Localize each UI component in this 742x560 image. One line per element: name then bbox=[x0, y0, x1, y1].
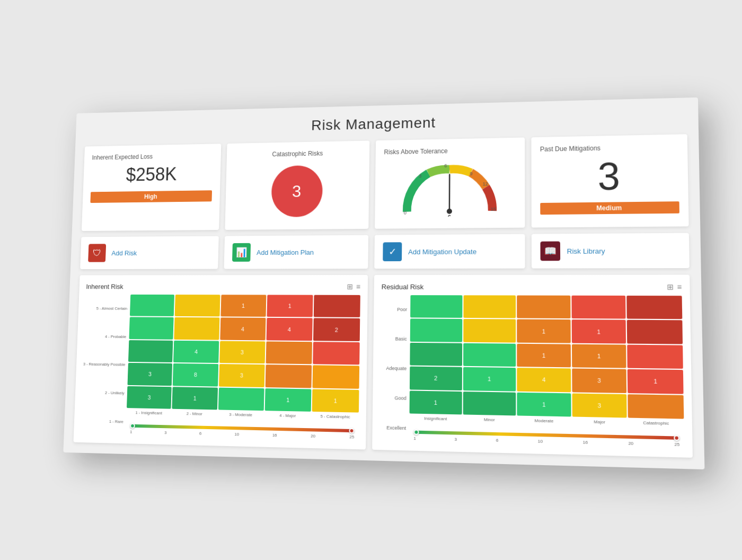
r-x-label-4: Major bbox=[572, 419, 628, 425]
table-row[interactable]: 1 bbox=[517, 343, 570, 367]
table-row[interactable] bbox=[627, 320, 683, 344]
table-row[interactable] bbox=[410, 318, 462, 342]
table-row[interactable]: 4 bbox=[517, 368, 571, 392]
table-row[interactable]: 1 bbox=[571, 319, 626, 343]
table-row[interactable]: 1 bbox=[172, 386, 218, 410]
table-row[interactable] bbox=[175, 295, 220, 317]
inherent-risk-grid-container: 1 1 4 4 2 4 3 bbox=[126, 294, 360, 441]
table-row[interactable]: 1 bbox=[517, 319, 570, 342]
table-row[interactable] bbox=[129, 317, 174, 339]
menu-icon-2[interactable]: ≡ bbox=[677, 282, 682, 291]
table-row[interactable]: 3 bbox=[128, 363, 173, 386]
table-row[interactable] bbox=[628, 394, 684, 419]
r-x-label-3: Moderate bbox=[517, 417, 571, 423]
risks-above-tolerance-card: Risks Above Tolerance 0 3 6 9 bbox=[375, 137, 525, 228]
r-y-label-poor: Poor bbox=[381, 307, 407, 312]
add-mitigation-plan-label: Add Mitigation Plan bbox=[257, 248, 314, 256]
table-row[interactable] bbox=[571, 295, 626, 318]
residual-risk-title: Residual Risk bbox=[382, 282, 424, 290]
inherent-risk-icons[interactable]: ⊞ ≡ bbox=[347, 282, 360, 290]
slider-left-dot-2[interactable] bbox=[413, 429, 419, 435]
x-label-5: 5 - Catastrophic bbox=[312, 413, 359, 419]
table-row[interactable] bbox=[463, 319, 516, 342]
slider-labels: 1 3 6 10 16 20 25 bbox=[130, 429, 354, 439]
table-row[interactable]: 1 bbox=[517, 392, 571, 416]
table-row[interactable]: 1 bbox=[628, 369, 683, 393]
table-row[interactable]: 3 bbox=[219, 341, 266, 363]
table-row[interactable]: 1 bbox=[312, 389, 359, 413]
menu-icon[interactable]: ≡ bbox=[356, 282, 360, 290]
table-row[interactable] bbox=[130, 294, 174, 316]
table-row[interactable]: 1 bbox=[572, 344, 626, 368]
table-row[interactable] bbox=[517, 295, 570, 318]
table-icon[interactable]: ⊞ bbox=[347, 282, 353, 290]
risk-library-label: Risk Library bbox=[567, 246, 605, 255]
page-title: Risk Management bbox=[85, 108, 687, 138]
table-row[interactable]: 3 bbox=[219, 364, 265, 387]
y-label-5: 5 - Almost Certain bbox=[85, 306, 127, 310]
table-row[interactable] bbox=[313, 342, 360, 365]
slider-right-dot[interactable] bbox=[349, 428, 354, 433]
table-row[interactable] bbox=[463, 391, 516, 415]
add-risk-action[interactable]: 🛡 Add Risk bbox=[80, 236, 219, 269]
table-row[interactable]: 1 bbox=[463, 367, 516, 391]
inherent-risk-grid: 1 1 4 4 2 4 3 bbox=[127, 294, 360, 412]
table-row[interactable] bbox=[312, 365, 359, 388]
svg-text:9: 9 bbox=[470, 171, 472, 176]
risk-library-action[interactable]: 📖 Risk Library bbox=[532, 233, 690, 268]
top-cards-row: Inherent Expected Loss $258K High Catast… bbox=[82, 134, 689, 231]
residual-risk-icons[interactable]: ⊞ ≡ bbox=[667, 282, 682, 291]
table-row[interactable] bbox=[265, 365, 312, 388]
table-row[interactable]: 3 bbox=[127, 386, 172, 408]
table-row[interactable] bbox=[463, 295, 516, 318]
svg-text:12: 12 bbox=[482, 181, 488, 186]
table-row[interactable]: 8 bbox=[173, 363, 218, 386]
risk-library-icon: 📖 bbox=[540, 241, 560, 261]
inherent-risk-heatmap: 5 - Almost Certain 4 - Probable 3 - Reas… bbox=[81, 294, 360, 441]
svg-text:6: 6 bbox=[447, 214, 450, 217]
table-row[interactable]: 2 bbox=[410, 366, 462, 390]
table-row[interactable]: 3 bbox=[572, 393, 627, 418]
table-row[interactable] bbox=[463, 343, 516, 367]
add-mitigation-plan-action[interactable]: 📊 Add Mitigation Plan bbox=[224, 235, 369, 269]
inherent-risk-y-labels: 5 - Almost Certain 4 - Probable 3 - Reas… bbox=[81, 294, 131, 436]
slider-right-dot-2[interactable] bbox=[674, 435, 679, 441]
table-row[interactable]: 1 bbox=[267, 295, 313, 317]
table-row[interactable] bbox=[628, 344, 683, 369]
table-row[interactable]: 3 bbox=[572, 368, 626, 393]
table-row[interactable] bbox=[174, 317, 219, 340]
table-row[interactable]: 1 bbox=[264, 388, 311, 411]
table-row[interactable] bbox=[314, 295, 360, 317]
catastrophic-risks-card: Catastrophic Risks 3 bbox=[225, 140, 369, 229]
residual-risk-header: Residual Risk ⊞ ≡ bbox=[382, 282, 682, 291]
inherent-risk-title: Inherent Risk bbox=[86, 282, 123, 290]
table-row[interactable] bbox=[218, 387, 264, 411]
svg-text:3: 3 bbox=[419, 173, 421, 179]
slider-left-dot[interactable] bbox=[130, 423, 135, 428]
table-row[interactable] bbox=[627, 295, 683, 319]
r-y-label-adequate: Adequate bbox=[381, 365, 407, 371]
table-row[interactable] bbox=[410, 295, 462, 318]
inherent-risk-header: Inherent Risk ⊞ ≡ bbox=[86, 282, 360, 290]
inherent-loss-badge: High bbox=[90, 190, 212, 203]
add-mitigation-update-action[interactable]: ✓ Add Mitigation Update bbox=[374, 234, 525, 268]
x-label-1: 1 - Insignificant bbox=[127, 410, 171, 416]
table-row[interactable] bbox=[128, 340, 173, 362]
table-row[interactable]: 4 bbox=[266, 318, 312, 341]
add-mitigation-update-icon: ✓ bbox=[383, 242, 402, 261]
inherent-loss-title: Inherent Expected Loss bbox=[92, 152, 213, 161]
x-label-2: 2 - Minor bbox=[172, 411, 217, 416]
table-row[interactable] bbox=[410, 342, 462, 366]
table-row[interactable]: 4 bbox=[173, 340, 219, 363]
table-row[interactable]: 2 bbox=[313, 318, 360, 341]
table-row[interactable] bbox=[266, 341, 312, 364]
table-row[interactable]: 1 bbox=[220, 295, 266, 317]
y-label-3: 3 - Reasonably Possible bbox=[83, 362, 126, 367]
x-label-3: 3 - Moderate bbox=[218, 412, 263, 417]
table-row[interactable]: 4 bbox=[220, 317, 266, 340]
residual-risk-y-labels: Poor Basic Adequate Good Excellent bbox=[379, 295, 410, 442]
residual-risk-slider[interactable]: 1 3 6 10 16 20 25 bbox=[409, 426, 684, 449]
inherent-risk-slider[interactable]: 1 3 6 10 16 20 25 bbox=[126, 420, 358, 441]
table-icon-2[interactable]: ⊞ bbox=[667, 282, 674, 291]
table-row[interactable]: 1 bbox=[410, 390, 462, 414]
